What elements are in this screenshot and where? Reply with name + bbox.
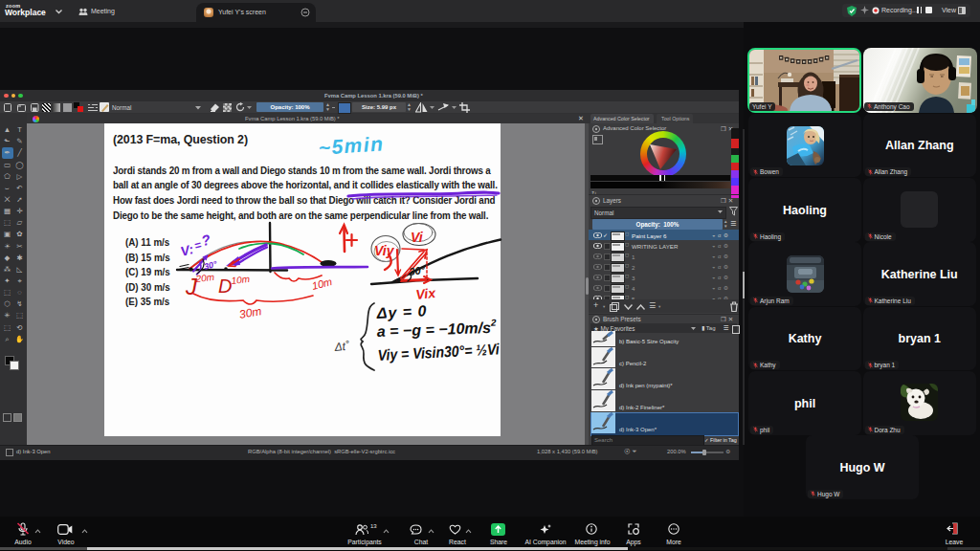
svg-text:Vi: Vi (411, 230, 424, 245)
svg-text:D: D (218, 276, 232, 297)
svg-text:Viy = Visin30°= ½Vi: Viy = Visin30°= ½Vi (377, 341, 500, 364)
svg-text:20m: 20m (194, 272, 214, 284)
svg-text:30°: 30° (409, 264, 427, 277)
svg-text:10m: 10m (231, 274, 250, 286)
svg-text:Δy = 0: Δy = 0 (375, 302, 428, 321)
svg-text:Vix: Vix (415, 285, 437, 302)
svg-text:Δt˚: Δt˚ (333, 339, 351, 354)
svg-text:~5min: ~5min (318, 132, 385, 159)
svg-text:30m: 30m (238, 304, 262, 321)
svg-text:a = −g = −10m/s2: a = −g = −10m/s2 (376, 318, 497, 340)
svg-text:Viy: Viy (374, 243, 395, 258)
